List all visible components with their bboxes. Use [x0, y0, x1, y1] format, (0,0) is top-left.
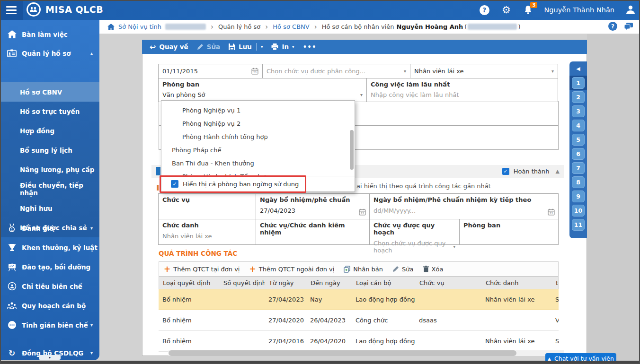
- nhiem-ky-tiep-theo-cell[interactable]: Ngày bổ nhiệm/Phê chuẩn nhiệm kỳ tiếp th…: [369, 193, 559, 219]
- position-form-row1: 01/11/2015 23 Chọn chức vụ được phân côn…: [159, 64, 559, 78]
- duplicate-button[interactable]: Nhân bản: [344, 266, 383, 273]
- window-bottom-edge: [0, 361, 640, 364]
- page-help-icon[interactable]: ?: [608, 22, 617, 31]
- user-menu-button[interactable]: [625, 4, 636, 16]
- sidebar-item-danh-gia[interactable]: 1 Đánh giá ▾: [0, 218, 99, 238]
- save-icon: [229, 43, 235, 50]
- pager-button-9[interactable]: 9: [572, 191, 585, 202]
- home-icon[interactable]: [107, 24, 115, 30]
- chuc-vu-cell[interactable]: Chức vụ: [158, 193, 256, 219]
- chevron-separator-icon: ›: [265, 23, 268, 31]
- breadcrumb-root-link[interactable]: Sở Nội vụ tỉnh: [118, 23, 161, 30]
- hamburger-menu-button[interactable]: [0, 0, 23, 20]
- edit-row-button[interactable]: Sửa: [392, 266, 413, 273]
- breadcrumb-page-link[interactable]: Hồ sơ CBNV: [273, 23, 309, 30]
- sidebar-item-tinh-gian-bien-che[interactable]: Tinh giản biên chế ▾: [0, 315, 99, 335]
- sidebar-item-nang-luong-phu-cap[interactable]: Nâng lương, phụ cấp: [0, 160, 99, 179]
- sidebar-item-hop-dong[interactable]: Hợp đồng: [0, 121, 99, 140]
- paren-close: ): [518, 23, 520, 30]
- work-history-row-selected[interactable]: Bổ nhiệm 27/04/2023 Nay Lao động hợp đồn…: [159, 289, 559, 310]
- edit-button[interactable]: Sửa: [197, 43, 220, 51]
- help-button[interactable]: ?: [479, 4, 490, 16]
- sidebar-item-bo-sung-ly-lich[interactable]: Bổ sung lý lịch: [0, 140, 99, 160]
- quy-hoach-cell[interactable]: Chức vụ được quy hoạch Chọn chức vụ được…: [369, 219, 460, 245]
- collapse-section-icon[interactable]: ▲: [556, 168, 560, 174]
- sidebar-item-ban-lam-viec[interactable]: Bàn làm việc: [0, 25, 99, 44]
- caret-down-icon: ▾: [404, 69, 406, 74]
- kiem-nhiem-cell[interactable]: Chức vụ/Chức danh kiêm nhiệm: [256, 219, 370, 245]
- longest-job-field[interactable]: Công việc làm lâu nhất Nhập công việc là…: [366, 78, 558, 102]
- settings-button[interactable]: ⚙: [500, 4, 512, 16]
- pager-cell: 11: [569, 217, 587, 232]
- sidebar-item-ho-so-cbnv[interactable]: Hồ sơ CBNV: [0, 82, 99, 102]
- paren-open: (: [464, 23, 467, 30]
- department-select[interactable]: Phòng ban Văn phòng Sở ▾: [158, 78, 367, 102]
- dropdown-option[interactable]: Ban Thi đua - Khen thưởng: [161, 156, 355, 170]
- chevron-up-icon: ▴: [90, 51, 93, 56]
- feedback-chat-icon[interactable]: [624, 22, 633, 30]
- pager-button-5[interactable]: 5: [572, 134, 585, 146]
- position-select[interactable]: Nhân viên lái xe ▾: [410, 64, 558, 78]
- caret-down-icon[interactable]: ▾: [292, 44, 294, 49]
- sidebar-item-khen-thuong-ky-luat[interactable]: Khen thưởng, kỷ luật: [0, 238, 99, 257]
- pager-button-6[interactable]: 6: [572, 148, 585, 160]
- dropdown-option[interactable]: Phòng Nghiệp vụ 2: [161, 117, 355, 130]
- notifications-button[interactable]: 3: [522, 4, 533, 16]
- pager-button-4[interactable]: 4: [572, 120, 585, 131]
- home-icon: [7, 30, 17, 38]
- record-toolbar: ↩ Quay về Sửa Lưu ▾ In ▾ •••: [142, 40, 587, 54]
- breadcrumb-section[interactable]: Quản lý hồ sơ: [218, 23, 260, 30]
- work-history-row[interactable]: Bổ nhiệm 27/04/2020 26/04/2023 Công chức…: [159, 310, 559, 331]
- sidebar-item-dao-tao-boi-duong[interactable]: Đào tạo, bồi dưỡng: [0, 257, 99, 277]
- dropdown-option[interactable]: Phòng Hành chính tổng hợp: [161, 130, 355, 143]
- printer-icon: [271, 43, 278, 50]
- horizontal-scrollbar-thumb[interactable]: [169, 350, 516, 356]
- covered-section-title-fragment: [157, 185, 159, 191]
- pager-button-2[interactable]: 2: [572, 91, 585, 103]
- add-qtct-external-button[interactable]: + Thêm QTCT ngoài đơn vị: [249, 265, 334, 273]
- horizontal-scrollbar[interactable]: [169, 350, 564, 356]
- sidebar-scroll-down[interactable]: ▾: [39, 355, 61, 360]
- caret-down-icon[interactable]: ▾: [261, 44, 263, 49]
- misa-logo-icon: [27, 2, 41, 17]
- svg-text:23: 23: [361, 212, 364, 215]
- ngay-bo-nhiem-cell[interactable]: Ngày bổ nhiệm/phê chuẩn 27/04/2023 23: [256, 193, 370, 219]
- more-actions-button[interactable]: •••: [303, 43, 317, 51]
- pager-button-8[interactable]: 8: [572, 176, 585, 188]
- pager-button-3[interactable]: 3: [572, 105, 585, 117]
- pager-button-7[interactable]: 7: [572, 162, 585, 174]
- add-qtct-internal-button[interactable]: + Thêm QTCT tại đơn vị: [164, 265, 240, 273]
- pager-button-10[interactable]: 10: [572, 205, 585, 217]
- dropdown-option[interactable]: Phòng Pháp chế: [161, 143, 355, 156]
- phong-ban-cell[interactable]: Phòng ban: [459, 219, 559, 245]
- delete-row-button[interactable]: Xóa: [423, 266, 444, 273]
- assigned-position-select[interactable]: Chọn chức vụ được phân công... ▾: [262, 64, 410, 78]
- chuc-danh-cell[interactable]: Chức danh Nhân viên lái xe: [158, 219, 256, 245]
- sidebar-item-chi-tieu-bien-che[interactable]: Chỉ tiêu biên chế: [0, 277, 99, 296]
- print-button[interactable]: In ▾: [271, 43, 294, 51]
- save-button[interactable]: Lưu ▾: [229, 43, 263, 51]
- pager-cell: 4: [569, 118, 587, 132]
- pager-collapse-icon[interactable]: ◀: [569, 61, 587, 76]
- sidebar-item-quy-hoach-can-bo[interactable]: Quy hoạch cán bộ: [0, 296, 99, 315]
- dropdown-option[interactable]: Phòng Nghiệp vụ 1: [161, 104, 355, 117]
- sidebar-item-quan-ly-ho-so[interactable]: Quản lý hồ sơ ▴: [0, 43, 99, 63]
- help-icon: ?: [480, 5, 489, 15]
- back-button[interactable]: ↩ Quay về: [150, 43, 188, 52]
- sidebar-item-ho-so-truc-tuyen[interactable]: Hồ sơ trực tuyến: [0, 102, 99, 121]
- sidebar-submenu: Hồ sơ CBNV Hồ sơ trực tuyến Hợp đồng Bổ …: [0, 82, 99, 237]
- start-date-field[interactable]: 01/11/2015 23: [158, 64, 263, 78]
- pencil-icon: [392, 266, 399, 272]
- work-history-title: QUÁ TRÌNH CÔNG TÁC: [159, 250, 237, 257]
- plus-icon: +: [249, 265, 256, 273]
- work-history-row[interactable]: Bổ nhiệm 27/04/2016 26/04/2020 Lao động …: [159, 331, 559, 352]
- current-position-grid: Chức vụ Ngày bổ nhiệm/phê chuẩn 27/04/20…: [159, 194, 559, 245]
- sidebar-item-nghi-huu[interactable]: Nghỉ hưu: [0, 199, 99, 218]
- complete-checkbox[interactable]: ✓: [502, 168, 509, 175]
- sidebar-item-dieu-chuyen-tiep-nhan[interactable]: Điều chuyển, tiếp nhận: [0, 179, 99, 199]
- caret-down-icon: ▾: [453, 244, 455, 249]
- pager-button-11[interactable]: 11: [572, 219, 585, 231]
- pager-button-1[interactable]: 1: [572, 77, 585, 89]
- covered-button-fragment: [156, 167, 160, 175]
- dropdown-scrollbar-thumb[interactable]: [350, 130, 354, 170]
